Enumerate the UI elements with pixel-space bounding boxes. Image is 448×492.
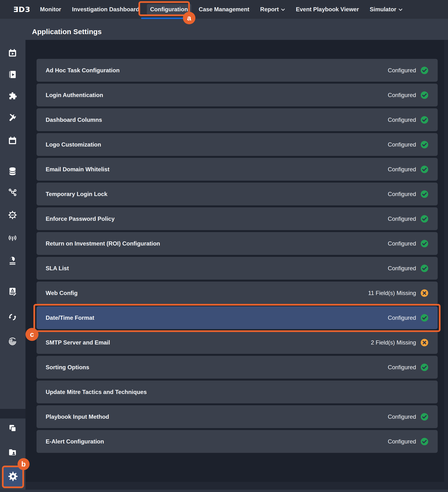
integrations-icon[interactable] <box>8 91 17 101</box>
chevron-down-icon <box>281 8 285 11</box>
settings-row-update-mitre-tactics-and-techniques[interactable]: Update Mitre Tactics and Techniques <box>37 380 438 403</box>
row-status: Configured <box>388 438 428 446</box>
status-text: Configured <box>388 191 416 197</box>
check-circle-icon <box>420 91 428 99</box>
status-text: Configured <box>388 413 416 420</box>
status-text: Configured <box>388 215 416 222</box>
settings-row-date-time-format[interactable]: Date/Time FormatConfigured <box>37 306 438 329</box>
row-status: Configured <box>388 141 428 149</box>
settings-row-label: Login Authentication <box>46 92 103 99</box>
settings-row-label: Dashboard Columns <box>46 116 102 123</box>
settings-row-label: Email Domain Whitelist <box>46 166 109 173</box>
settings-row-label: Logo Customization <box>46 141 101 148</box>
nav-item-label: Simulator <box>370 6 396 13</box>
nav-item-investigation-dashboard[interactable]: Investigation Dashboard <box>72 6 139 13</box>
row-status: Configured <box>388 66 428 74</box>
calendar-icon[interactable] <box>8 136 17 145</box>
settings-row-login-authentication[interactable]: Login AuthenticationConfigured <box>37 84 438 106</box>
status-text: Configured <box>388 438 416 445</box>
sync-icon[interactable] <box>8 312 17 322</box>
settings-row-return-on-investment-roi-configuration[interactable]: Return on Investment (ROI) Configuration… <box>37 232 438 255</box>
row-status: Configured <box>388 239 428 248</box>
settings-gear-icon <box>8 471 18 483</box>
status-text: Configured <box>388 315 416 321</box>
settings-row-dashboard-columns[interactable]: Dashboard ColumnsConfigured <box>37 108 438 131</box>
bottom-bar <box>0 490 448 492</box>
settings-row-label: SLA List <box>46 265 69 272</box>
link-analysis-icon[interactable] <box>8 187 17 197</box>
playbook-library-icon[interactable] <box>8 70 17 79</box>
top-nav: ƎD3 MonitorInvestigation DashboardConfig… <box>0 0 448 19</box>
svg-text:API: API <box>11 214 14 216</box>
nav-item-event-playbook-viewer[interactable]: Event Playbook Viewer <box>296 6 359 13</box>
row-status: Configured <box>388 363 428 371</box>
api-settings-icon[interactable]: API <box>8 210 17 220</box>
settings-row-enforce-password-policy[interactable]: Enforce Password PolicyConfigured <box>37 207 438 230</box>
settings-row-email-domain-whitelist[interactable]: Email Domain WhitelistConfigured <box>37 158 438 181</box>
scheduled-playbook-icon[interactable] <box>8 48 17 58</box>
nav-item-simulator[interactable]: Simulator <box>370 6 403 13</box>
status-text: Configured <box>388 67 416 74</box>
fingerprint-icon[interactable] <box>8 336 17 346</box>
nav-item-report[interactable]: Report <box>260 6 285 13</box>
settings-row-e-alert-configuration[interactable]: E-Alert ConfigurationConfigured <box>37 430 438 453</box>
nav-item-label: Monitor <box>40 6 61 13</box>
settings-row-temporary-login-lock[interactable]: Temporary Login LockConfigured <box>37 183 438 205</box>
settings-row-sorting-options[interactable]: Sorting OptionsConfigured <box>37 356 438 379</box>
settings-row-label: Sorting Options <box>46 364 89 371</box>
check-circle-icon <box>420 413 428 421</box>
nav-item-label: Case Management <box>199 6 250 13</box>
nav-item-monitor[interactable]: Monitor <box>40 6 61 13</box>
row-status: 11 Field(s) Missing <box>368 289 428 297</box>
settings-row-label: Ad Hoc Task Configuration <box>46 67 120 74</box>
settings-row-smtp-server-and-email[interactable]: SMTP Server and Email2 Field(s) Missing <box>37 331 438 354</box>
settings-row-logo-customization[interactable]: Logo CustomizationConfigured <box>37 133 438 156</box>
sidebar-main: API <box>0 40 25 409</box>
application-settings-gear-button[interactable] <box>4 467 22 486</box>
check-circle-icon <box>420 141 428 149</box>
row-status: Configured <box>388 314 428 322</box>
user-folder-icon[interactable] <box>8 447 17 457</box>
nav-item-label: Report <box>260 6 279 13</box>
settings-row-ad-hoc-task-configuration[interactable]: Ad Hoc Task ConfigurationConfigured <box>37 59 438 82</box>
check-circle-icon <box>420 438 428 446</box>
data-management-icon[interactable] <box>8 166 17 176</box>
check-circle-icon <box>420 264 428 272</box>
main-menu: MonitorInvestigation DashboardConfigurat… <box>40 6 402 13</box>
row-status: Configured <box>388 165 428 174</box>
incident-form-icon[interactable] <box>8 287 17 296</box>
d3-logo[interactable]: ƎD3 <box>13 5 30 14</box>
row-status: Configured <box>388 264 428 272</box>
geolocation-icon[interactable] <box>8 256 17 266</box>
check-circle-icon <box>420 66 428 74</box>
settings-row-label: Web Config <box>46 290 78 297</box>
nav-item-case-management[interactable]: Case Management <box>199 6 250 13</box>
check-circle-icon <box>420 363 428 371</box>
check-circle-icon <box>420 239 428 248</box>
row-status: Configured <box>388 190 428 198</box>
x-circle-icon <box>420 289 428 297</box>
settings-row-sla-list[interactable]: SLA ListConfigured <box>37 257 438 280</box>
nav-item-configuration[interactable]: Configuration <box>147 4 191 15</box>
status-text: Configured <box>388 166 416 173</box>
status-text: Configured <box>388 265 416 272</box>
application-settings-panel: Ad Hoc Task ConfigurationConfiguredLogin… <box>25 40 444 482</box>
utility-commands-icon[interactable] <box>8 113 17 123</box>
check-circle-icon <box>420 165 428 174</box>
settings-row-label: SMTP Server and Email <box>46 339 110 346</box>
check-circle-icon <box>420 116 428 124</box>
copy-icon[interactable] <box>8 423 17 433</box>
settings-row-label: Date/Time Format <box>46 315 94 321</box>
chevron-down-icon <box>398 8 403 11</box>
status-text: Configured <box>388 116 416 123</box>
settings-row-web-config[interactable]: Web Config11 Field(s) Missing <box>37 282 438 304</box>
settings-row-playbook-input-method[interactable]: Playbook Input MethodConfigured <box>37 405 438 428</box>
active-tab-underline <box>141 18 189 19</box>
status-text: Configured <box>388 240 416 247</box>
status-text: Configured <box>388 92 416 99</box>
x-circle-icon <box>420 338 428 347</box>
broadcast-icon[interactable] <box>8 233 17 243</box>
page-title: Application Settings <box>32 28 102 36</box>
row-status: Configured <box>388 91 428 99</box>
nav-item-label: Investigation Dashboard <box>72 6 139 13</box>
